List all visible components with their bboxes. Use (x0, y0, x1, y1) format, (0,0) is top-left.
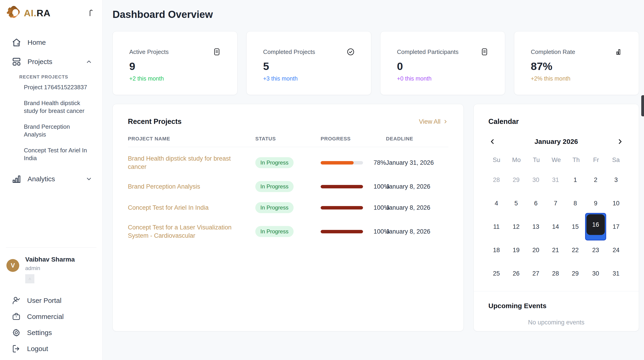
avatar: V (6, 259, 19, 272)
sidebar-recent-project-link[interactable]: Brand Perception Analysis (24, 123, 93, 138)
calendar-day-18[interactable]: 18 (486, 238, 506, 262)
weekday-label: We (546, 156, 566, 163)
status-badge: In Progress (255, 157, 294, 168)
calendar-day-3[interactable]: 3 (606, 168, 626, 192)
chevron-down-icon (86, 175, 92, 183)
main-content: Dashboard Overview Active Projects 9 +2 … (103, 0, 644, 360)
user-role: admin (25, 265, 75, 271)
user-name: Vaibhav Sharma (25, 256, 75, 263)
calendar-day-14[interactable]: 14 (546, 215, 566, 238)
recent-projects-panel: Recent Projects View All PROJECT NAME ST… (112, 104, 464, 331)
brand-logo-icon (6, 6, 21, 20)
calendar-panel: Calendar January 2026 SuMoTuWeThFrSa 282… (474, 104, 639, 331)
sidebar-item-logout[interactable]: Logout (0, 341, 102, 357)
calendar-day-2[interactable]: 2 (585, 168, 606, 192)
calendar-day-28[interactable]: 28 (486, 168, 506, 192)
deadline-value: January 8, 2026 (386, 204, 448, 211)
sidebar-recent-project-link[interactable]: Brand Health dipstick study for breast c… (24, 99, 93, 115)
weekday-label: Th (566, 156, 586, 163)
calendar-day-7[interactable]: 7 (546, 192, 566, 215)
project-name-link[interactable]: Brand Perception Analysis (128, 183, 255, 191)
sidebar-item-label: Analytics (28, 175, 55, 183)
sidebar-item-commercial[interactable]: Commercial (0, 309, 102, 325)
calendar-day-16[interactable]: 16 (585, 215, 606, 238)
sidebar-item-analytics[interactable]: Analytics (0, 170, 102, 188)
calendar-day-31[interactable]: 31 (546, 168, 566, 192)
calendar-day-5[interactable]: 5 (506, 192, 526, 215)
sidebar-item-label: Commercial (27, 313, 64, 320)
progress-bar (320, 161, 363, 164)
deadline-value: January 8, 2026 (386, 228, 448, 235)
calendar-day-30[interactable]: 30 (526, 168, 546, 192)
sidebar-toggle-icon[interactable] (88, 9, 96, 17)
calendar-day-25[interactable]: 25 (486, 262, 506, 285)
project-name-link[interactable]: Concept Test for Ariel In India (128, 204, 255, 212)
profile-image-placeholder: ⚠ (25, 274, 34, 283)
sidebar-item-projects[interactable]: Projects (0, 53, 102, 71)
calendar-day-19[interactable]: 19 (506, 238, 526, 262)
sidebar-item-label: Projects (28, 58, 52, 66)
stat-delta: +2 this month (129, 75, 221, 82)
calendar-day-31[interactable]: 31 (606, 262, 626, 285)
calendar-day-20[interactable]: 20 (526, 238, 546, 262)
col-status: STATUS (255, 136, 320, 142)
stat-card: Completed Participants 0 +0 this month (380, 31, 505, 95)
sidebar-recent-project-link[interactable]: Concept Test for Ariel In India (24, 146, 93, 162)
sidebar-item-user-portal[interactable]: User Portal (0, 293, 102, 309)
calendar-day-26[interactable]: 26 (506, 262, 526, 285)
calendar-day-12[interactable]: 12 (506, 215, 526, 238)
progress-bar (320, 230, 363, 233)
page-title: Dashboard Overview (112, 9, 639, 20)
table-row: Concept Test for Ariel In India In Progr… (128, 197, 448, 218)
gear-icon (12, 328, 21, 337)
calendar-day-24[interactable]: 24 (606, 238, 626, 262)
document-icon (213, 48, 221, 56)
status-badge: In Progress (255, 202, 294, 213)
vertical-scrollbar-thumb[interactable] (641, 95, 644, 116)
calendar-title: Calendar (474, 117, 639, 126)
panel-title: Recent Projects (128, 117, 182, 126)
calendar-day-27[interactable]: 27 (526, 262, 546, 285)
calendar-day-13[interactable]: 13 (526, 215, 546, 238)
status-badge: In Progress (255, 226, 294, 237)
user-profile: V Vaibhav Sharma admin ⚠ (0, 248, 102, 283)
sidebar-item-settings[interactable]: Settings (0, 325, 102, 341)
calendar-day-9[interactable]: 9 (585, 192, 606, 215)
table-row: Brand Perception Analysis In Progress 10… (128, 176, 448, 197)
stat-value: 9 (129, 60, 221, 73)
calendar-day-10[interactable]: 10 (606, 192, 626, 215)
calendar-day-21[interactable]: 21 (546, 238, 566, 262)
calendar-day-28[interactable]: 28 (546, 262, 566, 285)
calendar-day-6[interactable]: 6 (526, 192, 546, 215)
sidebar-item-home[interactable]: Home (0, 34, 102, 51)
col-project-name: PROJECT NAME (128, 136, 255, 142)
calendar-day-8[interactable]: 8 (566, 192, 585, 215)
calendar-next-icon[interactable] (616, 138, 624, 145)
calendar-day-11[interactable]: 11 (486, 215, 506, 238)
calendar-prev-icon[interactable] (488, 138, 496, 145)
calendar-day-23[interactable]: 23 (585, 238, 606, 262)
table-header: PROJECT NAME STATUS PROGRESS DEADLINE (128, 136, 448, 147)
view-all-link[interactable]: View All (419, 118, 448, 125)
calendar-day-1[interactable]: 1 (566, 168, 585, 192)
brand-logo: AI.RA (0, 0, 102, 20)
sidebar-recent-project-link[interactable]: Project 1764515223837 (24, 83, 93, 91)
calendar-day-17[interactable]: 17 (606, 215, 626, 238)
calendar-day-29[interactable]: 29 (566, 262, 585, 285)
deadline-value: January 8, 2026 (386, 183, 448, 190)
recent-projects-list: Project 1764515223837Brand Health dipsti… (0, 81, 102, 162)
calendar-day-4[interactable]: 4 (486, 192, 506, 215)
col-progress: PROGRESS (320, 136, 386, 142)
sidebar-nav: Home Projects RECENT PROJECTS Project 17… (0, 34, 102, 188)
selected-day: 16 (585, 213, 606, 240)
project-name-link[interactable]: Concept Test for a Laser Visualization S… (128, 223, 255, 240)
calendar-day-22[interactable]: 22 (566, 238, 585, 262)
calendar-day-15[interactable]: 15 (566, 215, 585, 238)
stat-value: 87% (531, 60, 622, 73)
stat-label: Completed Projects (263, 48, 315, 56)
calendar-day-30[interactable]: 30 (585, 262, 606, 285)
calendar-day-29[interactable]: 29 (506, 168, 526, 192)
sidebar-item-label: User Portal (27, 297, 62, 304)
table-body: Brand Health dipstick study for breast c… (128, 147, 448, 245)
project-name-link[interactable]: Brand Health dipstick study for breast c… (128, 154, 255, 171)
